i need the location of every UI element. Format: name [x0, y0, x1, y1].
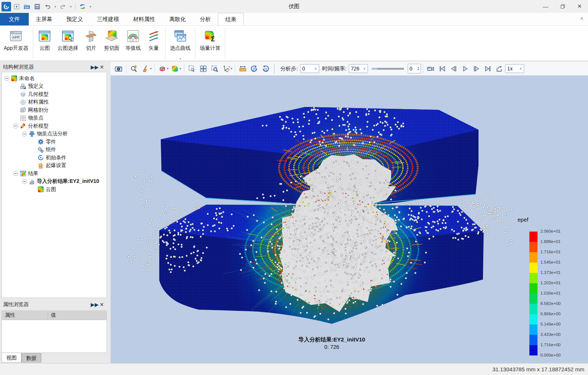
legend-color-segment [529, 232, 537, 242]
tree-item-label: 分析模型 [28, 123, 49, 129]
legend-tick-label: 1.716e+01 [540, 250, 561, 254]
ribbon-button-cut-plane[interactable]: 剪切面 [101, 26, 122, 60]
select-rect-button[interactable] [186, 63, 198, 74]
rotate-ccw-button[interactable] [260, 63, 271, 74]
collapse-toggle-icon[interactable] [13, 171, 18, 176]
analysis_step-dropdown[interactable]: 0∨ [300, 64, 319, 73]
dropdown-caret[interactable]: ▾ [231, 67, 233, 70]
ribbon-button-vector[interactable]: 矢量 [144, 26, 164, 60]
ribbon-button-cloud-map[interactable]: 云图 [35, 26, 55, 60]
tree-item-云图[interactable]: 云图 [2, 185, 107, 194]
collapse-toggle-icon[interactable] [4, 76, 10, 81]
collapse-toggle-icon[interactable] [22, 131, 27, 137]
dropdown-caret[interactable]: ▾ [69, 2, 73, 11]
ribbon-button-isoline[interactable]: 等值线 [122, 26, 144, 60]
dropdown-caret[interactable]: ▾ [150, 67, 152, 70]
close-button[interactable]: ✕ [571, 0, 588, 13]
tree-item-组件[interactable]: 组件 [2, 146, 107, 154]
tab-file[interactable]: 文件 [0, 13, 29, 25]
tab-三维建模[interactable]: 三维建模 [90, 13, 126, 25]
new-file-icon[interactable] [12, 2, 21, 11]
tree-item-材料属性[interactable]: 材料属性 [2, 98, 107, 107]
pin-panel-icon[interactable]: ▶▶ [91, 302, 98, 308]
close-panel-icon[interactable]: ✕ [98, 302, 105, 308]
hide-cube-button[interactable] [157, 63, 168, 74]
tree-item-分析模型[interactable]: 分析模型 [2, 122, 107, 130]
axes-button[interactable]: zYx [220, 63, 232, 74]
tree-item-物质点[interactable]: 物质点 [2, 114, 107, 122]
tree-item-起爆设置[interactable]: 起爆设置 [2, 162, 107, 170]
time-slider[interactable] [372, 68, 404, 70]
play-button[interactable] [459, 63, 471, 74]
dropdown-caret[interactable]: ▾ [167, 67, 169, 70]
tree-item-零件[interactable]: 零件 [2, 138, 107, 146]
zoom-area-button[interactable] [209, 63, 220, 74]
collapse-ribbon-icon[interactable]: ∧ [580, 15, 584, 21]
save-icon[interactable] [32, 2, 42, 11]
pin-panel-icon[interactable]: ▶▶ [91, 64, 98, 70]
rotate-cw-button[interactable] [248, 63, 260, 74]
broom-button[interactable] [140, 63, 151, 74]
viewport-3d[interactable]: epef 2.060e+011.888e+011.716e+011.545e+0… [111, 76, 588, 363]
tree-item-未命名[interactable]: 未命名 [2, 74, 107, 83]
tab-主屏幕[interactable]: 主屏幕 [29, 13, 59, 25]
tree-item-网格剖分[interactable]: 网格剖分 [2, 106, 107, 114]
videocam-button[interactable] [425, 63, 436, 74]
tree-indent [13, 100, 18, 105]
ruler-button[interactable] [237, 63, 248, 74]
open-file-icon[interactable] [22, 2, 32, 11]
restore-button[interactable] [554, 0, 571, 13]
camera-button[interactable] [113, 63, 124, 74]
tab-材料属性[interactable]: 材料属性 [126, 13, 162, 25]
colormap-cube-button[interactable] [169, 63, 181, 74]
ribbon-button-cloud-map-select[interactable]: 云图选择 [55, 26, 81, 60]
ribbon-button-label: 场量计算 [200, 45, 220, 52]
dropdown-caret[interactable]: ▾ [53, 2, 58, 11]
property-tab-数据[interactable]: 数据 [21, 353, 41, 362]
time_freq-dropdown[interactable]: 726∨ [349, 64, 368, 73]
refresh-icon[interactable] [78, 2, 87, 11]
value-column-header[interactable]: 值 [48, 311, 107, 320]
tree-item-导入分析结果:EY2_initV10[interactable]: 导入分析结果:EY2_initV10 [2, 178, 107, 186]
tree-item-几何模型[interactable]: 几何模型 [2, 90, 107, 98]
property-tab-视图[interactable]: 视图 [1, 353, 21, 362]
redo-icon[interactable] [58, 2, 68, 11]
ribbon-button-slice[interactable]: 切片 [81, 26, 101, 60]
skip-start-button[interactable] [436, 63, 448, 74]
export-button[interactable] [494, 63, 505, 74]
tab-分析[interactable]: 分析 [193, 13, 218, 25]
ribbon-button-app-dev[interactable]: APPApp开发器 [1, 26, 31, 60]
tree-item-初始条件[interactable]: 初始条件 [2, 154, 107, 162]
skip-end-button[interactable] [482, 63, 494, 74]
ribbon-button-point-curve[interactable]: 选点曲线▾ [167, 26, 194, 60]
tab-预定义[interactable]: 预定义 [59, 13, 90, 25]
tree-item-结果[interactable]: 结果 [2, 170, 107, 178]
close-panel-icon[interactable]: ✕ [98, 64, 105, 70]
cloud-map-icon [38, 29, 52, 44]
pan-button[interactable] [198, 63, 209, 74]
chevron-down-icon: ∨ [519, 67, 522, 70]
tab-结果[interactable]: 结果 [218, 13, 244, 25]
tree-item-物质点法分析[interactable]: 物质点法分析 [2, 130, 107, 138]
collapse-toggle-icon[interactable] [22, 179, 27, 184]
collapse-toggle-icon[interactable] [13, 123, 18, 129]
ribbon-button-label: 选点曲线 [170, 45, 191, 52]
step-back-button[interactable] [448, 63, 459, 74]
tab-离散化[interactable]: 离散化 [162, 13, 193, 25]
minimize-button[interactable]: — [537, 0, 554, 13]
dropdown-caret[interactable]: ▾ [180, 57, 181, 60]
dropdown-caret[interactable]: ▾ [88, 2, 93, 11]
legend-tick-label: 1.545e+01 [540, 260, 561, 264]
property-column-header[interactable]: 属性 [2, 311, 48, 320]
frame-spinner[interactable]: 0▴▾ [408, 64, 421, 73]
spinner-arrows[interactable]: ▴▾ [418, 66, 419, 71]
zoom-flash-button[interactable] [128, 63, 140, 74]
speed-dropdown[interactable]: 1x∨ [505, 64, 524, 73]
step-forward-button[interactable] [471, 63, 482, 74]
logo-icon[interactable] [1, 2, 11, 11]
undo-icon[interactable] [43, 2, 52, 11]
tree-item-预定义[interactable]: 预定义 [2, 83, 107, 91]
dropdown-caret[interactable]: ▾ [180, 67, 181, 70]
window-controls: — ✕ [537, 0, 588, 13]
ribbon-button-field-calc[interactable]: Σ场量计算 [197, 26, 223, 60]
